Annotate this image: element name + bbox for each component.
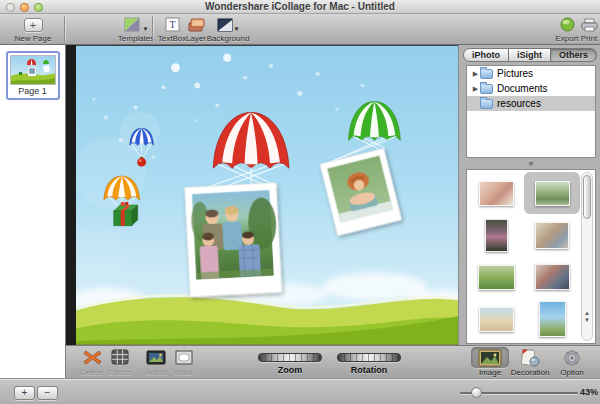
scroll-down-icon[interactable]: ▼ xyxy=(582,317,592,324)
zoom-slider-knob[interactable] xyxy=(471,387,482,398)
resource-panel: iPhoto iSight Others ▶ Pictures ▶ Docume… xyxy=(458,45,600,345)
photo-baby[interactable] xyxy=(468,172,524,214)
textbox-icon: T xyxy=(165,17,180,32)
mask-icon xyxy=(175,350,193,365)
title-bar: Wondershare iCollage for Mac - Untitled xyxy=(0,0,600,14)
option-gear-icon xyxy=(563,349,581,367)
photo-thumbnail-image xyxy=(485,219,508,252)
photo-group-hug[interactable] xyxy=(524,256,580,298)
bottom-toolbar: Delete Effects Adjust xyxy=(66,345,600,378)
page-thumbnail-image xyxy=(10,55,56,85)
window-title: Wondershare iCollage for Mac - Untitled xyxy=(0,0,600,13)
tab-isight[interactable]: iSight xyxy=(509,48,551,62)
image-panel-button[interactable]: Image xyxy=(470,347,510,378)
rotation-scrubber[interactable] xyxy=(337,353,401,362)
photo-thumbnail-image xyxy=(479,181,514,206)
layer-icon xyxy=(188,18,205,32)
zoom-scrubber[interactable] xyxy=(258,353,322,362)
photo-family-beach[interactable] xyxy=(468,298,524,340)
rotation-scrubber-label: Rotation xyxy=(337,365,401,375)
main-toolbar: + New Page ▼ Templates T xyxy=(0,14,600,45)
mask-button[interactable]: Mask xyxy=(167,348,201,377)
folder-label: Documents xyxy=(497,83,548,94)
decoration-panel-button[interactable]: Decoration xyxy=(508,347,552,378)
plus-icon: + xyxy=(24,18,43,32)
image-icon xyxy=(478,349,502,367)
image-label: Image xyxy=(479,368,501,377)
add-page-button[interactable]: + xyxy=(14,386,35,400)
zoom-window-button[interactable] xyxy=(34,3,43,12)
templates-icon xyxy=(124,17,142,32)
folder-label: Pictures xyxy=(497,68,533,79)
svg-text:T: T xyxy=(169,19,175,30)
photo-group-lawn[interactable] xyxy=(468,256,524,298)
option-panel-button[interactable]: Option xyxy=(552,347,592,378)
window-controls xyxy=(6,3,43,12)
delete-x-icon xyxy=(83,349,102,366)
scroll-up-icon[interactable]: ▲ xyxy=(582,310,592,317)
pages-sidebar: Page 1 xyxy=(0,45,66,378)
folder-icon xyxy=(480,84,493,94)
disclosure-triangle-icon[interactable]: ▶ xyxy=(471,85,480,93)
scrollbar[interactable]: ▲ ▼ xyxy=(581,172,593,341)
new-page-label: New Page xyxy=(15,34,52,43)
photo-thumbnail-image xyxy=(535,264,570,290)
chevron-down-icon: ▼ xyxy=(143,26,149,32)
folder-label: resources xyxy=(497,98,541,109)
print-button[interactable]: Print xyxy=(578,16,600,43)
print-label: Print xyxy=(581,34,597,43)
zoom-scrubber-label: Zoom xyxy=(258,365,322,375)
effects-grid-icon xyxy=(111,349,129,365)
adjust-label: Adjust xyxy=(145,368,167,377)
background-button[interactable]: ▼ Background xyxy=(204,16,252,43)
photo-grid xyxy=(468,172,580,342)
option-label: Option xyxy=(560,368,584,377)
family-photo-polaroid[interactable] xyxy=(185,183,282,297)
disclosure-triangle-icon[interactable]: ▶ xyxy=(471,70,480,78)
photo-thumbnail-image xyxy=(539,301,566,337)
decoration-icon xyxy=(519,349,541,367)
delete-label: Delete xyxy=(80,368,103,377)
scrollbar-thumb[interactable] xyxy=(583,175,591,219)
source-tabs: iPhoto iSight Others xyxy=(459,48,600,62)
canvas-area xyxy=(66,45,458,345)
photo-family-porch[interactable] xyxy=(524,214,580,256)
zoom-percentage: 43% xyxy=(580,387,598,397)
folder-icon xyxy=(480,69,493,79)
background-label: Background xyxy=(207,34,250,43)
export-icon xyxy=(560,17,575,32)
folder-row-documents[interactable]: ▶ Documents xyxy=(467,81,595,96)
close-window-button[interactable] xyxy=(6,3,15,12)
remove-page-button[interactable]: − xyxy=(37,386,58,400)
photo-group-jumping[interactable] xyxy=(524,298,580,340)
status-bar: + − 43% xyxy=(0,378,600,404)
folder-tree: ▶ Pictures ▶ Documents resources xyxy=(466,65,596,158)
layer-label: Layer xyxy=(186,34,206,43)
folder-row-pictures[interactable]: ▶ Pictures xyxy=(467,66,595,81)
effects-button[interactable]: Effects xyxy=(103,348,137,377)
folder-row-resources[interactable]: resources xyxy=(467,96,595,111)
toolbar-separator xyxy=(64,16,65,42)
page-label: Page 1 xyxy=(10,85,56,98)
family-photo xyxy=(190,190,279,280)
page-thumbnail-item[interactable]: Page 1 xyxy=(6,51,60,100)
decoration-label: Decoration xyxy=(511,368,550,377)
collage-page[interactable] xyxy=(76,45,458,345)
tab-others[interactable]: Others xyxy=(551,48,597,62)
panel-splitter[interactable] xyxy=(466,158,596,169)
photo-boy-outdoors[interactable] xyxy=(524,172,580,214)
print-icon xyxy=(581,18,598,32)
effects-label: Effects xyxy=(108,368,132,377)
photo-thumbnail-image xyxy=(535,181,570,206)
mask-label: Mask xyxy=(174,368,193,377)
minimize-window-button[interactable] xyxy=(20,3,29,12)
splitter-handle-icon xyxy=(529,162,533,166)
tab-iphoto[interactable]: iPhoto xyxy=(463,48,509,62)
templates-label: Templates xyxy=(118,34,154,43)
photo-thumbnail-image xyxy=(479,307,514,332)
app-window: Wondershare iCollage for Mac - Untitled … xyxy=(0,0,600,404)
export-label: Export xyxy=(555,34,578,43)
photo-couple-flowers[interactable] xyxy=(468,214,524,256)
chevron-down-icon: ▼ xyxy=(234,26,240,32)
new-page-button[interactable]: + New Page xyxy=(6,16,60,43)
